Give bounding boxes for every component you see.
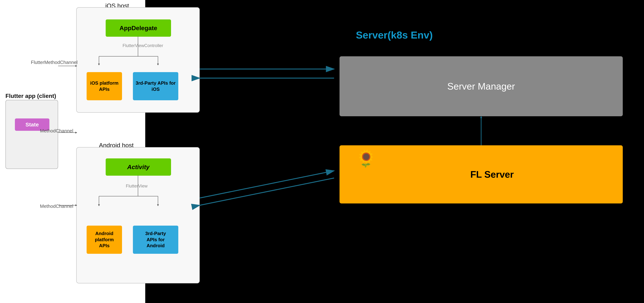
flutter-app-box: State — [6, 100, 58, 169]
android-platform-box: AndroidplatformAPIs — [86, 226, 122, 254]
method-channel-android-label: MethodChannel — [40, 203, 73, 209]
svg-line-26 — [200, 171, 334, 198]
server-manager-box: Server Manager — [340, 56, 623, 116]
flutter-view-label: FlutterView — [124, 183, 149, 189]
ios-platform-box: iOS platform APIs — [86, 72, 122, 100]
server-title: Server(k8s Env) — [356, 29, 433, 41]
fl-server-label: FL Server — [470, 169, 514, 180]
flutter-vc-label: FlutterViewController — [121, 43, 165, 48]
method-channel-ios-label: MethodChannel — [40, 128, 73, 134]
third-party-ios-box: 3rd-Party APIs for iOS — [133, 72, 178, 100]
svg-line-27 — [200, 178, 334, 205]
ios-host-box: AppDelegate FlutterViewController iOS pl… — [76, 7, 200, 113]
activity-box: Activity — [106, 158, 171, 176]
fl-server-box: FL Server — [340, 145, 623, 203]
android-host-box: Activity FlutterView AndroidplatformAPIs… — [76, 147, 200, 283]
third-party-android-box: 3rd-PartyAPIs forAndroid — [133, 226, 178, 254]
flower-icon: 🌻 — [356, 149, 376, 168]
app-delegate-box: AppDelegate — [106, 20, 171, 37]
flutter-app-label: Flutter app (client) — [6, 93, 56, 99]
flutter-method-channel-label: FlutterMethodChannel — [31, 60, 78, 65]
